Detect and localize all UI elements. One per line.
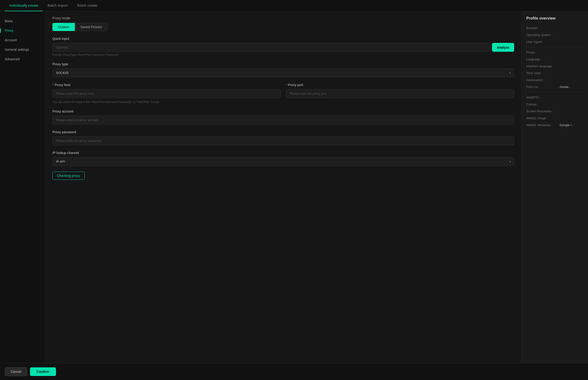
overview-key-interface-language: Interface language : [526, 64, 560, 68]
overview-row-font-list: Font List : Adobe... [526, 85, 583, 89]
proxy-host-port-row: Proxy host Proxy port [53, 83, 514, 98]
overview-row-os: Operating system : [526, 33, 583, 37]
checking-proxy-button[interactable]: Checking proxy [53, 172, 85, 180]
proxy-password-label: Proxy password [53, 130, 514, 134]
overview-row-proxy: Proxy : [526, 51, 583, 54]
tab-batch-import[interactable]: Batch import [43, 0, 72, 11]
ip-lookup-wrapper: IP-API ipinfo.io ip-api.com ▾ [53, 157, 514, 166]
overview-row-geolocation: Geolocation : [526, 78, 583, 82]
mode-btn-saved-proxies[interactable]: Saved Proxies [75, 23, 107, 31]
profile-overview-title: Profile overview [526, 16, 583, 20]
overview-val-font-list: Adobe... [560, 85, 571, 89]
bottom-bar: Cancel Confirm [0, 363, 588, 380]
proxy-port-label: Proxy port [286, 83, 514, 87]
sidebar-item-account[interactable]: Account [0, 35, 45, 45]
overview-row-canvas: Canvas : [526, 102, 583, 106]
sidebar: Basic Proxy Account General settings Adv… [0, 11, 45, 363]
overview-divider-1 [526, 47, 583, 47]
overview-row-user-agent: User Agent : [526, 40, 583, 44]
overview-row-webgl-image: WebGL Image : [526, 116, 583, 120]
paste-hint: You can paste the input in the "Host:Por… [53, 100, 514, 104]
proxy-port-input[interactable] [286, 89, 514, 98]
quick-input[interactable] [53, 43, 490, 52]
proxy-mode-label: Proxy mode [53, 16, 514, 20]
proxy-mode-buttons: Custom Saved Proxies [53, 23, 514, 31]
content-area: Proxy mode Custom Saved Proxies Quick in… [45, 11, 521, 363]
overview-key-canvas: Canvas : [526, 102, 560, 106]
confirm-button[interactable]: Confirm [30, 367, 56, 376]
proxy-type-select[interactable]: SOCKS5 HTTP HTTPS SOCKS4 [53, 68, 514, 77]
overview-key-user-agent: User Agent : [526, 40, 560, 44]
quick-input-row: Analyze [53, 43, 514, 52]
proxy-host-group: Proxy host [53, 83, 281, 98]
overview-key-browser: Browser : [526, 26, 560, 30]
analyze-button[interactable]: Analyze [492, 43, 514, 52]
proxy-type-wrapper: SOCKS5 HTTP HTTPS SOCKS4 ▾ [53, 68, 514, 77]
overview-row-screen-resolution: Screen Resolution : [526, 109, 583, 113]
sidebar-item-advanced[interactable]: Advanced [0, 54, 45, 64]
ip-lookup-select[interactable]: IP-API ipinfo.io ip-api.com [53, 157, 514, 166]
proxy-account-input[interactable] [53, 116, 514, 124]
overview-row-interface-language: Interface language : [526, 64, 583, 68]
overview-key-font-list: Font List : [526, 85, 560, 89]
proxy-port-group: Proxy port [286, 83, 514, 98]
sidebar-item-general-settings[interactable]: General settings [0, 45, 45, 54]
cancel-button[interactable]: Cancel [5, 367, 27, 376]
proxy-host-label: Proxy host [53, 83, 281, 87]
proxy-host-input[interactable] [53, 89, 281, 98]
overview-row-webgl-metadata: WebGL Metadata : Google I... [526, 123, 583, 127]
tab-batch-create[interactable]: Batch create [72, 0, 102, 11]
quick-input-label: Quick input [53, 37, 514, 40]
overview-divider-2 [526, 92, 583, 92]
right-panel: Profile overview Browser : Operating sys… [521, 11, 588, 363]
proxy-type-label: Proxy type [53, 62, 514, 66]
overview-key-webgl-image: WebGL Image : [526, 116, 560, 120]
overview-val-webgl-metadata: Google I... [560, 123, 574, 127]
proxy-account-label: Proxy account [53, 109, 514, 113]
overview-row-browser: Browser : [526, 26, 583, 30]
overview-key-screen-resolution: Screen Resolution : [526, 109, 560, 113]
overview-row-language: Language : [526, 57, 583, 61]
overview-key-geolocation: Geolocation : [526, 78, 560, 82]
format-hint: Format: ProxyType://Host:Port:Username:P… [53, 53, 514, 57]
overview-key-webgl-metadata: WebGL Metadata : [526, 123, 560, 127]
overview-key-language: Language : [526, 57, 560, 61]
overview-row-timezone: Time zone : [526, 71, 583, 75]
proxy-password-input[interactable] [53, 136, 514, 145]
overview-key-webrtc: WebRTC : [526, 95, 560, 99]
main-layout: Basic Proxy Account General settings Adv… [0, 11, 588, 363]
overview-rows: Browser : Operating system : User Agent … [526, 26, 583, 127]
overview-key-timezone: Time zone : [526, 71, 560, 75]
overview-row-webrtc: WebRTC : [526, 95, 583, 99]
sidebar-item-proxy[interactable]: Proxy [0, 26, 45, 35]
overview-key-os: Operating system : [526, 33, 560, 37]
mode-btn-custom[interactable]: Custom [53, 23, 75, 31]
tab-individually-create[interactable]: Individually create [5, 0, 43, 11]
ip-lookup-label: IP lookup channel [53, 151, 514, 155]
overview-key-proxy: Proxy : [526, 51, 560, 54]
sidebar-item-basic[interactable]: Basic [0, 16, 45, 26]
top-tabs: Individually create Batch import Batch c… [0, 0, 588, 11]
